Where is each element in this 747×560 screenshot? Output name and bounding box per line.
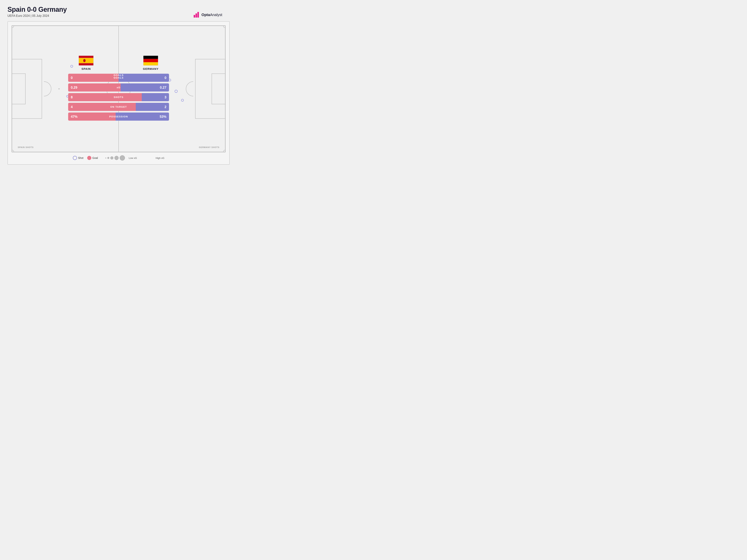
spain-penalty-spot [58,88,59,89]
corner-tr [223,25,226,28]
team-headers: SPAIN GERMANY [68,56,169,70]
xg-dot-1 [105,158,106,158]
corner-br [223,150,226,152]
svg-rect-5 [84,59,84,60]
germany-shot-2 [175,90,178,93]
shots-home-value: 8 [68,93,142,101]
legend-shot-label: Shot [78,156,83,159]
pitch-container: SPAIN GERMANY [7,21,230,165]
possession-away-value: 53% [115,112,169,121]
xg-dot-5 [120,155,125,161]
stats-overlay: SPAIN GERMANY [68,56,169,122]
xg-bar: 0.29 0.27 xG [68,83,169,92]
possession-home-value: 47% [68,112,115,121]
spain-flag [79,56,94,66]
shots-bar: 8 3 SHOTS [68,93,169,101]
page-wrapper: OptaAnalyst Spain 0-0 Germany UEFA Euro … [7,6,230,165]
xg-dot-2 [107,157,109,159]
goals-bar: 0 GOALS 0 GOALS [68,74,169,82]
high-xg-label: High xG [156,157,164,159]
germany-header: GERMANY [143,56,158,70]
xg-dot-3 [110,156,113,159]
svg-rect-1 [196,14,197,18]
germany-name: GERMANY [143,67,158,70]
legend-shot-icon [73,156,77,160]
corner-tl [11,25,14,28]
low-xg-label: Low xG [129,157,137,159]
xg-labels: Low xG High xG [129,157,164,159]
pitch-label-germany: GERMANY SHOTS [199,146,220,149]
svg-rect-0 [194,15,195,18]
legend: Shot Goal Low xG High xG [11,155,226,161]
xg-home-value: 0.29 [68,83,121,92]
svg-point-3 [83,59,85,62]
germany-flag [143,56,158,66]
corner-bl [11,150,14,152]
penalty-area-left-inner [12,74,26,104]
pitch-label-spain: SPAIN SHOTS [18,146,34,149]
ontarget-home-value: 4 [68,103,136,111]
spain-header: SPAIN [79,56,94,70]
opta-logo-icon [193,11,200,18]
ontarget-bar: 4 2 ON TARGET [68,103,169,111]
legend-shot-item: Shot [73,156,83,160]
legend-goal-label: Goal [93,156,98,159]
svg-rect-2 [198,12,199,18]
xg-dot-4 [114,156,119,160]
legend-goal-item: Goal [87,156,98,160]
legend-xg-section [105,155,125,161]
goals-away-value: 0 [119,74,169,82]
legend-goal-icon [87,156,91,160]
logo-text: OptaAnalyst [202,13,222,17]
goal-right [225,80,226,97]
pitch: SPAIN GERMANY [11,25,226,152]
goal-left [11,80,12,97]
svg-rect-6 [85,59,85,60]
spain-name: SPAIN [81,67,91,70]
goals-home-value: 0 [68,74,119,82]
xg-away-value: 0.27 [121,83,169,92]
ontarget-away-value: 2 [136,103,169,111]
penalty-area-right-inner [212,74,225,104]
shots-away-value: 3 [142,93,169,101]
possession-bar: 47% 53% POSSESSION [68,112,169,121]
logo: OptaAnalyst [193,11,222,18]
germany-shot-3 [181,99,184,102]
svg-rect-4 [83,60,85,60]
